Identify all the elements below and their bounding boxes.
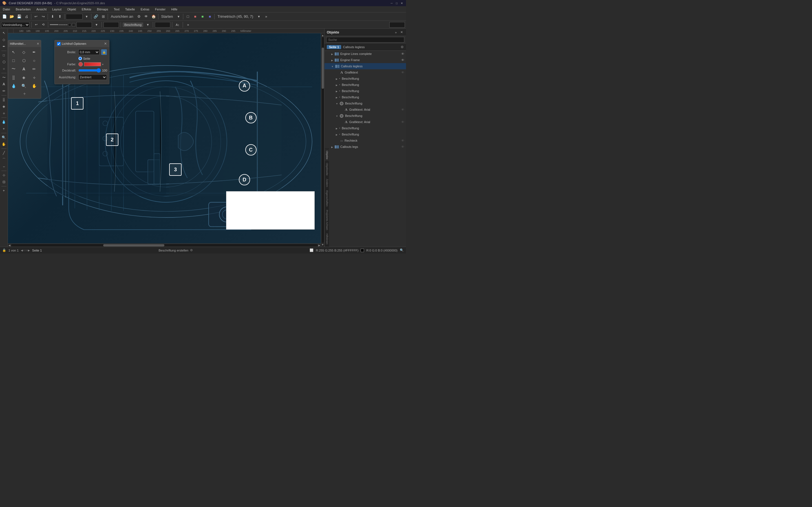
hm-blend[interactable]: ⟡	[30, 73, 38, 81]
preset-select[interactable]: Voreinstellung...	[1, 22, 30, 27]
menu-bearbeiten[interactable]: Bearbeiten	[13, 7, 34, 11]
hm-rect[interactable]: □	[9, 57, 18, 64]
snap-btn[interactable]: 🔗	[93, 13, 99, 20]
tree-eye-engine-lines[interactable]: 👁	[401, 52, 404, 55]
connect-tool[interactable]: ⌖	[1, 126, 7, 132]
callout-B[interactable]: B	[245, 112, 257, 123]
bezier-tool[interactable]: ⌣	[1, 163, 7, 170]
callout-C[interactable]: C	[245, 144, 257, 156]
2d-btn[interactable]: □	[185, 13, 191, 20]
width2-input[interactable]: 0,5 mm	[103, 22, 119, 27]
beschriftung-dropdown[interactable]: ▾	[144, 21, 151, 28]
grid-btn[interactable]: ⊞	[100, 13, 107, 20]
hilfsmittel-close[interactable]: ✕	[37, 42, 39, 46]
zoom-dropdown[interactable]: ▾	[83, 13, 90, 20]
tree-eye-gta2[interactable]: 👁	[401, 120, 404, 124]
hm-zoom[interactable]: 🔍	[20, 82, 28, 90]
next-page-btn[interactable]: ▶	[28, 249, 30, 252]
hscroll-thumb[interactable]	[103, 244, 164, 246]
tab-hilfslinien[interactable]: Hilfslinien	[325, 232, 329, 246]
import-button[interactable]: ⬇	[49, 13, 56, 20]
menu-tabelle[interactable]: Tabelle	[122, 7, 138, 11]
print-button[interactable]: 🖨	[23, 13, 30, 20]
callout-2[interactable]: 2	[106, 133, 118, 146]
tree-beschriftung-4[interactable]: • Beschriftung	[324, 94, 406, 100]
settings-btn[interactable]: ⚙	[136, 13, 142, 20]
hm-pan[interactable]: ✋	[30, 82, 38, 90]
menu-datei[interactable]: Datei	[0, 7, 13, 11]
text-tool[interactable]: A	[1, 81, 7, 87]
view-btn2[interactable]: 🏠	[150, 13, 157, 20]
farbe-swatch[interactable]	[79, 62, 83, 66]
lichthof-close[interactable]: ✕	[104, 42, 107, 46]
menu-ansicht[interactable]: Ansicht	[34, 7, 49, 11]
callout-D[interactable]: D	[239, 174, 250, 185]
curve-tool[interactable]: ⌒	[1, 157, 7, 163]
tree-eye-rechteck[interactable]: 👁	[401, 139, 404, 142]
hex-tool[interactable]: ⬡	[1, 59, 7, 65]
tree-beschriftung-3[interactable]: • Beschriftung	[324, 88, 406, 94]
trimetric-arrow[interactable]: ▾	[255, 13, 262, 20]
blend-tool[interactable]: ⟡	[1, 110, 7, 116]
zoom-tool[interactable]: 🔍	[1, 134, 7, 140]
tree-eye-engine-frame[interactable]: 👁	[401, 58, 404, 62]
circle-tool[interactable]: ○	[1, 66, 7, 72]
panel-expand-btn[interactable]: »	[394, 30, 398, 35]
select-tool[interactable]: ↖	[1, 30, 7, 36]
prev-page-btn[interactable]: ◀	[21, 249, 23, 252]
tree-eye-grafiktext[interactable]: 👁	[401, 71, 404, 74]
tree-beschriftung-5[interactable]: Beschriftung	[324, 100, 406, 107]
menu-extras[interactable]: Extras	[138, 7, 152, 11]
tb2-icon2[interactable]: ⟲	[40, 22, 46, 27]
line-width-dropdown[interactable]: ▾	[93, 21, 100, 28]
tree-beschriftung-6[interactable]: Beschriftung	[324, 113, 406, 119]
menu-bitmaps[interactable]: Bitmaps	[94, 7, 111, 11]
width3-input[interactable]: 2,0 mm	[155, 22, 170, 27]
tree-eye-gta[interactable]: 👁	[401, 108, 404, 111]
hm-pattern[interactable]: ⣿	[9, 73, 18, 81]
hm-select[interactable]: ↖	[9, 48, 18, 56]
farbe-bar[interactable]	[84, 62, 101, 66]
text-style-btn[interactable]: A↕	[174, 22, 181, 27]
start-btn[interactable]: Starten	[160, 13, 175, 20]
menu-layout[interactable]: Layout	[49, 7, 64, 11]
farbe-arrow[interactable]: ▾	[102, 63, 103, 66]
line-tool[interactable]: ╱	[1, 150, 7, 156]
page-settings-btn[interactable]: ⚙	[401, 45, 404, 49]
trimetric-dropdown[interactable]: Trimetrisch (45, 90, 7)	[216, 13, 255, 20]
rect-tool[interactable]: □	[1, 52, 7, 58]
menu-fenster[interactable]: Fenster	[152, 7, 168, 11]
save-button[interactable]: 💾	[16, 13, 22, 20]
align-dropdown[interactable]: Ausrichten an	[109, 13, 135, 20]
breite-select[interactable]: 0,8 mm	[79, 49, 100, 55]
node-tool[interactable]: ◇	[1, 37, 7, 43]
tree-beschriftung-8[interactable]: • Beschriftung	[324, 131, 406, 137]
hm-pen[interactable]: ✒	[30, 48, 38, 56]
pen-tool[interactable]: ✒	[1, 43, 7, 50]
beschriftung-btn[interactable]: Beschriftung	[123, 22, 143, 27]
tree-grafiktext[interactable]: A Grafiktext 👁	[324, 69, 406, 75]
smear-tool[interactable]: ⊹	[1, 172, 7, 178]
panel-close-btn[interactable]: ✕	[399, 30, 404, 35]
lock-btn[interactable]: 🔒	[101, 49, 107, 55]
3d-btn1[interactable]: ■	[192, 13, 199, 20]
tab-objekte[interactable]: Objekte	[325, 149, 329, 161]
menu-text[interactable]: Text	[111, 7, 122, 11]
undo-button[interactable]: ↩	[33, 13, 39, 20]
zoom-out-btn[interactable]: 🔍	[400, 248, 404, 252]
canvas-area[interactable]: 180 185 190 195 200 205 210 215 220 225 …	[8, 29, 324, 247]
search-input[interactable]	[326, 37, 404, 43]
seite-radio[interactable]	[79, 57, 82, 60]
view-btn1[interactable]: 👁	[143, 13, 150, 20]
tree-beschriftung-1[interactable]: • Beschriftung	[324, 75, 406, 82]
start-dropdown[interactable]: ▾	[175, 13, 182, 20]
hm-hex[interactable]: ⬡	[20, 57, 28, 64]
callout-1[interactable]: 1	[71, 97, 84, 110]
fill-color-indicator[interactable]	[361, 249, 364, 252]
tab-andern[interactable]: Ändern	[325, 177, 329, 189]
hm-node[interactable]: ◇	[20, 48, 28, 56]
calligraphy-tool[interactable]: ✏	[1, 88, 7, 94]
export-button[interactable]: ⬆	[56, 13, 63, 20]
hm-eyedrop[interactable]: 💧	[9, 82, 18, 90]
tree-beschriftung-2[interactable]: • Beschriftung	[324, 82, 406, 88]
